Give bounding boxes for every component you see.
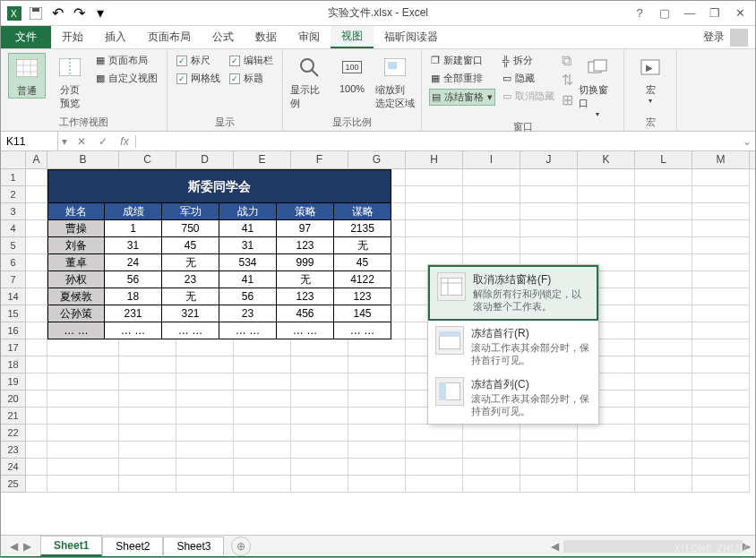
help-button[interactable]: ? xyxy=(628,4,651,23)
table-cell[interactable]: 45 xyxy=(334,254,391,271)
table-cell[interactable]: 23 xyxy=(219,305,277,322)
table-cell[interactable]: 董卓 xyxy=(47,254,105,271)
row-header[interactable]: 24 xyxy=(1,459,26,476)
row-header[interactable]: 15 xyxy=(1,305,26,322)
cell[interactable] xyxy=(406,203,463,220)
cell[interactable] xyxy=(119,425,176,442)
login-link[interactable]: 登录 xyxy=(703,30,725,45)
cell[interactable] xyxy=(463,237,520,254)
table-cell[interactable]: 999 xyxy=(277,254,334,271)
cell[interactable] xyxy=(348,476,406,493)
hide-button[interactable]: ▭隐藏 xyxy=(501,71,556,86)
cell[interactable] xyxy=(291,391,348,408)
row-header[interactable]: 22 xyxy=(1,425,26,442)
fx-icon[interactable]: fx xyxy=(114,135,135,148)
row-header[interactable]: 18 xyxy=(1,356,26,373)
cancel-icon[interactable]: ✕ xyxy=(71,135,92,148)
cell[interactable] xyxy=(520,237,578,254)
undo-icon[interactable]: ↶ xyxy=(47,4,67,23)
cell[interactable] xyxy=(692,408,750,425)
cell[interactable] xyxy=(176,459,234,476)
cell[interactable] xyxy=(26,220,47,237)
cell[interactable] xyxy=(520,459,578,476)
cell[interactable] xyxy=(635,288,692,305)
cell[interactable] xyxy=(635,356,692,373)
table-cell[interactable]: 56 xyxy=(219,288,277,305)
cell[interactable] xyxy=(635,322,692,339)
page-break-button[interactable]: 分页 预览 xyxy=(51,53,89,110)
zoom-100-button[interactable]: 100100% xyxy=(333,53,371,94)
row-header[interactable]: 2 xyxy=(1,186,26,203)
save-icon[interactable] xyxy=(26,4,46,23)
cell[interactable] xyxy=(26,442,47,459)
table-cell[interactable]: … … xyxy=(334,322,391,339)
cell[interactable] xyxy=(348,391,406,408)
row-header[interactable]: 7 xyxy=(1,271,26,288)
row-header[interactable]: 20 xyxy=(1,391,26,408)
table-cell[interactable]: 41 xyxy=(219,220,277,237)
excel-icon[interactable]: X xyxy=(4,4,24,23)
cell[interactable] xyxy=(119,442,176,459)
cell[interactable] xyxy=(234,391,291,408)
cell[interactable] xyxy=(635,271,692,288)
cell[interactable] xyxy=(176,476,234,493)
cell[interactable] xyxy=(635,339,692,356)
formula-expand-icon[interactable]: ⌄ xyxy=(739,135,755,148)
tab-file[interactable]: 文件 xyxy=(1,26,51,48)
tab-page-layout[interactable]: 页面布局 xyxy=(137,26,202,48)
table-cell[interactable]: 18 xyxy=(105,288,162,305)
cell[interactable] xyxy=(463,203,520,220)
cell[interactable] xyxy=(291,442,348,459)
table-cell[interactable]: … … xyxy=(162,322,219,339)
cell[interactable] xyxy=(47,408,119,425)
cell[interactable] xyxy=(348,459,406,476)
cell[interactable] xyxy=(26,271,47,288)
cell[interactable] xyxy=(119,476,176,493)
table-cell[interactable]: … … xyxy=(277,322,334,339)
cell[interactable] xyxy=(348,356,406,373)
sheet-nav-next[interactable]: ▶ xyxy=(23,540,31,553)
qat-dropdown-icon[interactable]: ▾ xyxy=(90,4,110,23)
cell[interactable] xyxy=(578,203,635,220)
cell[interactable] xyxy=(26,288,47,305)
cell[interactable] xyxy=(692,476,750,493)
tab-review[interactable]: 审阅 xyxy=(288,26,331,48)
cell[interactable] xyxy=(520,220,578,237)
column-header[interactable]: K xyxy=(578,151,635,168)
hscroll-left[interactable]: ◀ xyxy=(551,540,563,553)
freeze-top-row-item[interactable]: 冻结首行(R)滚动工作表其余部分时，保持首行可见。 xyxy=(428,321,598,373)
cell[interactable] xyxy=(692,305,750,322)
reset-position-icon[interactable]: ⊞ xyxy=(562,91,573,108)
cell[interactable] xyxy=(47,459,119,476)
unfreeze-panes-item[interactable]: 取消冻结窗格(F)解除所有行和列锁定，以滚动整个工作表。 xyxy=(428,265,598,321)
cell[interactable] xyxy=(692,339,750,356)
table-cell[interactable]: 56 xyxy=(105,271,162,288)
cell[interactable] xyxy=(692,271,750,288)
cell[interactable] xyxy=(520,425,578,442)
tab-home[interactable]: 开始 xyxy=(51,26,94,48)
row-header[interactable]: 21 xyxy=(1,408,26,425)
cell[interactable] xyxy=(463,169,520,186)
column-header[interactable]: I xyxy=(463,151,520,168)
cell[interactable] xyxy=(692,356,750,373)
normal-view-button[interactable]: 普通 xyxy=(8,53,46,99)
cell[interactable] xyxy=(47,339,119,356)
avatar-icon[interactable] xyxy=(730,29,748,47)
cell[interactable] xyxy=(26,237,47,254)
cell[interactable] xyxy=(348,425,406,442)
tab-data[interactable]: 数据 xyxy=(245,26,288,48)
arrange-all-button[interactable]: ▦全部重排 xyxy=(429,71,495,86)
column-header[interactable]: B xyxy=(47,151,119,168)
cell[interactable] xyxy=(348,408,406,425)
custom-views-button[interactable]: ▩自定义视图 xyxy=(94,71,159,86)
cell[interactable] xyxy=(234,476,291,493)
table-cell[interactable]: 夏候敦 xyxy=(47,288,105,305)
table-cell[interactable]: 123 xyxy=(334,288,391,305)
table-cell[interactable]: 1 xyxy=(105,220,162,237)
table-cell[interactable]: … … xyxy=(105,322,162,339)
cell[interactable] xyxy=(348,373,406,391)
cell[interactable] xyxy=(692,237,750,254)
cell[interactable] xyxy=(47,425,119,442)
cell[interactable] xyxy=(234,442,291,459)
cell[interactable] xyxy=(635,305,692,322)
